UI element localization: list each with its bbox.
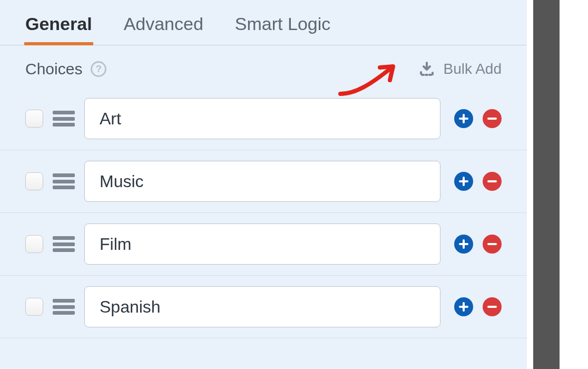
choice-row [0,150,527,213]
download-icon [419,62,435,76]
remove-choice-button[interactable] [483,297,502,316]
settings-panel: General Advanced Smart Logic Choices ? B… [0,0,527,369]
choice-checkbox[interactable] [25,172,43,190]
bulk-add-button[interactable]: Bulk Add [419,61,502,77]
remove-choice-button[interactable] [483,235,502,254]
tab-advanced[interactable]: Advanced [124,14,203,45]
tab-general[interactable]: General [25,14,92,45]
add-choice-button[interactable] [454,235,473,254]
drag-handle-icon[interactable] [53,235,75,253]
choice-input[interactable] [84,286,440,327]
choice-row [0,88,527,150]
choice-row [0,276,527,338]
choice-checkbox[interactable] [25,235,43,253]
tabs: General Advanced Smart Logic [0,4,527,45]
add-choice-button[interactable] [454,109,473,128]
choice-checkbox[interactable] [25,298,43,316]
scrollbar-track[interactable] [533,0,560,369]
tab-smart-logic[interactable]: Smart Logic [235,14,330,45]
add-choice-button[interactable] [454,172,473,191]
add-choice-button[interactable] [454,297,473,316]
choices-title: Choices [25,60,82,78]
choices-header: Choices ? Bulk Add [0,45,527,88]
drag-handle-icon[interactable] [53,298,75,316]
choice-input[interactable] [84,161,440,202]
choice-input[interactable] [84,98,440,139]
choice-row [0,213,527,276]
remove-choice-button[interactable] [483,109,502,128]
bulk-add-label: Bulk Add [443,61,502,77]
choice-checkbox[interactable] [25,110,43,128]
choices-list [0,88,527,338]
choice-input[interactable] [84,224,440,265]
right-strip [527,0,588,369]
drag-handle-icon[interactable] [53,110,75,128]
help-icon[interactable]: ? [91,61,106,77]
drag-handle-icon[interactable] [53,172,75,190]
remove-choice-button[interactable] [483,172,502,191]
